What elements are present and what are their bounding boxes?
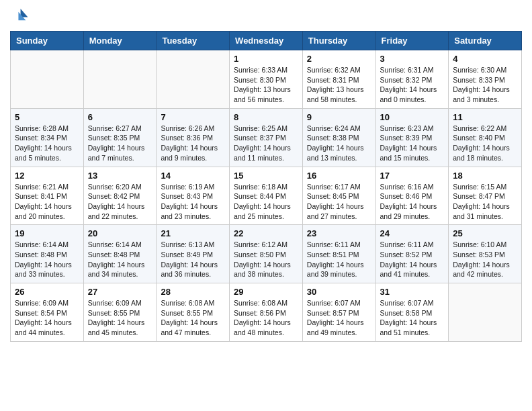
calendar-cell: 17Sunrise: 6:16 AM Sunset: 8:46 PM Dayli… bbox=[375, 167, 449, 225]
calendar-cell: 12Sunrise: 6:21 AM Sunset: 8:41 PM Dayli… bbox=[11, 167, 84, 225]
day-number: 3 bbox=[380, 54, 445, 64]
day-info: Sunrise: 6:20 AM Sunset: 8:42 PM Dayligh… bbox=[88, 182, 152, 222]
day-number: 16 bbox=[307, 171, 371, 181]
day-number: 23 bbox=[307, 228, 371, 238]
weekday-header: Tuesday bbox=[157, 32, 230, 50]
weekday-header: Monday bbox=[83, 32, 157, 50]
day-number: 12 bbox=[15, 171, 79, 181]
calendar-cell: 24Sunrise: 6:11 AM Sunset: 8:52 PM Dayli… bbox=[375, 225, 449, 283]
calendar-cell: 20Sunrise: 6:14 AM Sunset: 8:48 PM Dayli… bbox=[83, 225, 157, 283]
day-number: 2 bbox=[307, 54, 371, 64]
day-info: Sunrise: 6:14 AM Sunset: 8:48 PM Dayligh… bbox=[88, 240, 152, 279]
day-info: Sunrise: 6:12 AM Sunset: 8:50 PM Dayligh… bbox=[234, 240, 298, 279]
day-info: Sunrise: 6:25 AM Sunset: 8:37 PM Dayligh… bbox=[234, 124, 298, 163]
weekday-header: Wednesday bbox=[230, 32, 303, 50]
day-info: Sunrise: 6:23 AM Sunset: 8:39 PM Dayligh… bbox=[380, 124, 445, 163]
day-number: 6 bbox=[88, 112, 152, 122]
calendar-cell: 5Sunrise: 6:28 AM Sunset: 8:34 PM Daylig… bbox=[11, 108, 84, 167]
calendar-cell: 22Sunrise: 6:12 AM Sunset: 8:50 PM Dayli… bbox=[230, 225, 303, 283]
weekday-header: Sunday bbox=[11, 32, 84, 50]
day-number: 4 bbox=[453, 54, 517, 64]
day-info: Sunrise: 6:17 AM Sunset: 8:45 PM Dayligh… bbox=[307, 182, 371, 222]
day-info: Sunrise: 6:32 AM Sunset: 8:31 PM Dayligh… bbox=[307, 65, 371, 105]
calendar-cell: 1Sunrise: 6:33 AM Sunset: 8:30 PM Daylig… bbox=[230, 50, 303, 109]
calendar-cell: 6Sunrise: 6:27 AM Sunset: 8:35 PM Daylig… bbox=[83, 108, 157, 167]
day-number: 26 bbox=[15, 287, 79, 297]
calendar-cell bbox=[83, 50, 157, 109]
day-number: 24 bbox=[380, 228, 445, 238]
calendar-cell: 3Sunrise: 6:31 AM Sunset: 8:32 PM Daylig… bbox=[375, 50, 449, 109]
day-info: Sunrise: 6:08 AM Sunset: 8:56 PM Dayligh… bbox=[234, 298, 298, 338]
calendar-cell: 16Sunrise: 6:17 AM Sunset: 8:45 PM Dayli… bbox=[302, 167, 375, 225]
day-info: Sunrise: 6:19 AM Sunset: 8:43 PM Dayligh… bbox=[161, 182, 225, 222]
day-number: 20 bbox=[88, 228, 152, 238]
calendar-cell: 19Sunrise: 6:14 AM Sunset: 8:48 PM Dayli… bbox=[11, 225, 84, 283]
calendar-cell: 8Sunrise: 6:25 AM Sunset: 8:37 PM Daylig… bbox=[230, 108, 303, 167]
day-info: Sunrise: 6:22 AM Sunset: 8:40 PM Dayligh… bbox=[453, 124, 517, 163]
header bbox=[10, 7, 522, 26]
day-number: 14 bbox=[161, 171, 225, 181]
day-number: 15 bbox=[234, 171, 298, 181]
calendar-cell: 30Sunrise: 6:07 AM Sunset: 8:57 PM Dayli… bbox=[302, 283, 375, 342]
calendar-cell: 31Sunrise: 6:07 AM Sunset: 8:58 PM Dayli… bbox=[375, 283, 449, 342]
day-info: Sunrise: 6:10 AM Sunset: 8:53 PM Dayligh… bbox=[453, 240, 517, 279]
day-info: Sunrise: 6:27 AM Sunset: 8:35 PM Dayligh… bbox=[88, 124, 152, 163]
day-info: Sunrise: 6:08 AM Sunset: 8:55 PM Dayligh… bbox=[161, 298, 225, 338]
calendar-cell: 29Sunrise: 6:08 AM Sunset: 8:56 PM Dayli… bbox=[230, 283, 303, 342]
calendar-cell: 18Sunrise: 6:15 AM Sunset: 8:47 PM Dayli… bbox=[449, 167, 522, 225]
day-number: 30 bbox=[307, 287, 371, 297]
calendar-cell: 7Sunrise: 6:26 AM Sunset: 8:36 PM Daylig… bbox=[157, 108, 230, 167]
day-number: 19 bbox=[15, 228, 79, 238]
calendar-cell: 23Sunrise: 6:11 AM Sunset: 8:51 PM Dayli… bbox=[302, 225, 375, 283]
day-info: Sunrise: 6:07 AM Sunset: 8:57 PM Dayligh… bbox=[307, 298, 371, 338]
calendar-cell: 4Sunrise: 6:30 AM Sunset: 8:33 PM Daylig… bbox=[449, 50, 522, 109]
day-number: 17 bbox=[380, 171, 445, 181]
day-number: 22 bbox=[234, 228, 298, 238]
day-info: Sunrise: 6:16 AM Sunset: 8:46 PM Dayligh… bbox=[380, 182, 445, 222]
calendar-cell bbox=[449, 283, 522, 342]
calendar-cell bbox=[157, 50, 230, 109]
calendar-week-row: 19Sunrise: 6:14 AM Sunset: 8:48 PM Dayli… bbox=[11, 225, 522, 283]
day-info: Sunrise: 6:14 AM Sunset: 8:48 PM Dayligh… bbox=[15, 240, 79, 279]
calendar-week-row: 26Sunrise: 6:09 AM Sunset: 8:54 PM Dayli… bbox=[11, 283, 522, 342]
calendar-week-row: 5Sunrise: 6:28 AM Sunset: 8:34 PM Daylig… bbox=[11, 108, 522, 167]
day-info: Sunrise: 6:31 AM Sunset: 8:32 PM Dayligh… bbox=[380, 65, 445, 105]
day-number: 28 bbox=[161, 287, 225, 297]
day-number: 31 bbox=[380, 287, 445, 297]
day-info: Sunrise: 6:09 AM Sunset: 8:54 PM Dayligh… bbox=[15, 298, 79, 338]
day-info: Sunrise: 6:09 AM Sunset: 8:55 PM Dayligh… bbox=[88, 298, 152, 338]
day-info: Sunrise: 6:33 AM Sunset: 8:30 PM Dayligh… bbox=[234, 65, 298, 105]
day-number: 29 bbox=[234, 287, 298, 297]
calendar-week-row: 12Sunrise: 6:21 AM Sunset: 8:41 PM Dayli… bbox=[11, 167, 522, 225]
calendar-cell: 26Sunrise: 6:09 AM Sunset: 8:54 PM Dayli… bbox=[11, 283, 84, 342]
calendar-cell: 27Sunrise: 6:09 AM Sunset: 8:55 PM Dayli… bbox=[83, 283, 157, 342]
calendar-week-row: 1Sunrise: 6:33 AM Sunset: 8:30 PM Daylig… bbox=[11, 50, 522, 109]
day-info: Sunrise: 6:07 AM Sunset: 8:58 PM Dayligh… bbox=[380, 298, 445, 338]
calendar-cell: 15Sunrise: 6:18 AM Sunset: 8:44 PM Dayli… bbox=[230, 167, 303, 225]
day-number: 13 bbox=[88, 171, 152, 181]
day-number: 1 bbox=[234, 54, 298, 64]
day-number: 27 bbox=[88, 287, 152, 297]
page: SundayMondayTuesdayWednesdayThursdayFrid… bbox=[0, 0, 532, 349]
calendar-cell: 21Sunrise: 6:13 AM Sunset: 8:49 PM Dayli… bbox=[157, 225, 230, 283]
day-number: 11 bbox=[453, 112, 517, 122]
day-number: 21 bbox=[161, 228, 225, 238]
day-info: Sunrise: 6:24 AM Sunset: 8:38 PM Dayligh… bbox=[307, 124, 371, 163]
day-number: 5 bbox=[15, 112, 79, 122]
header-row: SundayMondayTuesdayWednesdayThursdayFrid… bbox=[11, 32, 522, 50]
day-info: Sunrise: 6:30 AM Sunset: 8:33 PM Dayligh… bbox=[453, 65, 517, 105]
calendar-cell: 9Sunrise: 6:24 AM Sunset: 8:38 PM Daylig… bbox=[302, 108, 375, 167]
calendar-cell: 10Sunrise: 6:23 AM Sunset: 8:39 PM Dayli… bbox=[375, 108, 449, 167]
day-info: Sunrise: 6:13 AM Sunset: 8:49 PM Dayligh… bbox=[161, 240, 225, 279]
logo-icon bbox=[10, 7, 29, 26]
day-number: 10 bbox=[380, 112, 445, 122]
calendar-cell: 11Sunrise: 6:22 AM Sunset: 8:40 PM Dayli… bbox=[449, 108, 522, 167]
day-info: Sunrise: 6:21 AM Sunset: 8:41 PM Dayligh… bbox=[15, 182, 79, 222]
day-info: Sunrise: 6:18 AM Sunset: 8:44 PM Dayligh… bbox=[234, 182, 298, 222]
day-number: 7 bbox=[161, 112, 225, 122]
day-info: Sunrise: 6:28 AM Sunset: 8:34 PM Dayligh… bbox=[15, 124, 79, 163]
logo bbox=[10, 7, 32, 26]
calendar-cell: 28Sunrise: 6:08 AM Sunset: 8:55 PM Dayli… bbox=[157, 283, 230, 342]
calendar-cell: 13Sunrise: 6:20 AM Sunset: 8:42 PM Dayli… bbox=[83, 167, 157, 225]
day-info: Sunrise: 6:11 AM Sunset: 8:52 PM Dayligh… bbox=[380, 240, 445, 279]
